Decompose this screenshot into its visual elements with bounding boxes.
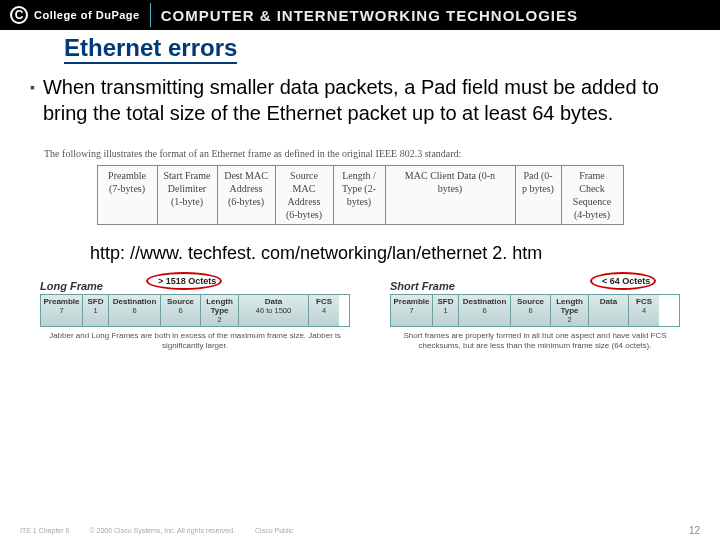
seg-sub: 7 [41,306,82,315]
header-title: COMPUTER & INTERNETWORKING TECHNOLOGIES [161,7,578,24]
frame-cell: Start Frame Delimiter (1-byte) [157,166,217,225]
logo-letter: C [15,8,24,22]
footer-left: ITE 1 Chapter 6 [20,527,69,534]
short-frame-bar: Preamble7 SFD1 Destination6 Source6 Leng… [390,294,680,327]
frame-cell: MAC Client Data (0-n bytes) [385,166,515,225]
seg-sub: 2 [551,315,588,324]
seg-sub: 7 [391,306,432,315]
footer-copyright: © 2006 Cisco Systems, Inc. All rights re… [89,527,235,534]
seg-head: Source [161,297,200,306]
seg-head: Length Type [201,297,238,315]
frame-cell: Frame Check Sequence (4-bytes) [561,166,623,225]
short-frame-oval-label: < 64 Octets [602,276,650,286]
bullet-marker-icon: ▪ [30,74,35,126]
divider-icon [150,3,151,27]
frame-cell: Source MAC Address (6-bytes) [275,166,333,225]
diagrams-row: Long Frame > 1518 Octets Preamble7 SFD1 … [40,276,720,351]
seg-head: Source [511,297,550,306]
long-frame-title: Long Frame [40,280,103,292]
ethernet-frame-table: Preamble (7-bytes) Start Frame Delimiter… [97,165,624,225]
seg-sub: 6 [459,306,510,315]
seg-head: Data [589,297,628,306]
page-number: 12 [689,525,700,536]
seg-sub: 4 [629,306,659,315]
college-name: College of DuPage [34,9,140,21]
seg-head: Destination [459,297,510,306]
seg-head: Destination [109,297,160,306]
seg-head: FCS [309,297,339,306]
seg-sub: 1 [433,306,458,315]
reference-link: http: //www. techfest. com/networking/la… [90,243,720,264]
seg-sub: 46 to 1500 [239,306,308,315]
seg-head: FCS [629,297,659,306]
short-frame-caption: Short frames are properly formed in all … [390,331,680,351]
seg-sub: 6 [109,306,160,315]
seg-head: Preamble [41,297,82,306]
seg-sub: 2 [201,315,238,324]
seg-head: Data [239,297,308,306]
seg-sub: 1 [83,306,108,315]
logo-icon: C [10,6,28,24]
seg-sub: 6 [161,306,200,315]
slide-title: Ethernet errors [64,34,237,64]
seg-sub: 4 [309,306,339,315]
bullet-text: When transmitting smaller data packets, … [43,74,690,126]
header-bar: C College of DuPage COMPUTER & INTERNETW… [0,0,720,30]
long-frame-oval-label: > 1518 Octets [158,276,216,286]
frame-caption: The following illustrates the format of … [44,148,720,159]
seg-head: SFD [83,297,108,306]
long-frame-bar: Preamble7 SFD1 Destination6 Source6 Leng… [40,294,350,327]
short-frame-diagram: Short Frame < 64 Octets Preamble7 SFD1 D… [390,276,680,351]
seg-head: Length Type [551,297,588,315]
footer-public: Cisco Public [255,527,294,534]
frame-cell: Pad (0-p bytes) [515,166,561,225]
short-frame-title: Short Frame [390,280,455,292]
seg-head: Preamble [391,297,432,306]
frame-cell: Length / Type (2-bytes) [333,166,385,225]
frame-cell: Preamble (7-bytes) [97,166,157,225]
seg-sub: 6 [511,306,550,315]
long-frame-caption: Jabber and Long Frames are both in exces… [40,331,350,351]
frame-cell: Dest MAC Address (6-bytes) [217,166,275,225]
bullet-row: ▪ When transmitting smaller data packets… [30,74,690,126]
seg-head: SFD [433,297,458,306]
long-frame-diagram: Long Frame > 1518 Octets Preamble7 SFD1 … [40,276,350,351]
footer: ITE 1 Chapter 6 © 2006 Cisco Systems, In… [0,525,720,536]
